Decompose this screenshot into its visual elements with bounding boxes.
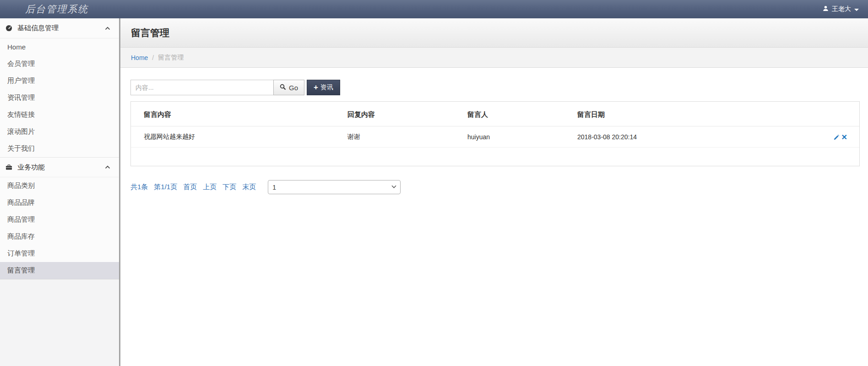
column-header-author: 留言人 xyxy=(467,102,577,126)
column-header-actions xyxy=(825,102,859,126)
page-select-wrap: 1 xyxy=(268,180,401,194)
table-header-row: 留言内容 回复内容 留言人 留言日期 xyxy=(131,102,859,126)
pagination-next-link[interactable]: 下页 xyxy=(222,183,236,191)
pagination-first-link[interactable]: 首页 xyxy=(183,183,197,191)
sidebar-item-news-mgmt[interactable]: 资讯管理 xyxy=(0,89,119,106)
pagination-prev-link[interactable]: 上页 xyxy=(203,183,217,191)
messages-table-panel: 留言内容 回复内容 留言人 留言日期 祝愿网站越来越好 谢谢 huiyuan xyxy=(130,101,860,166)
sidebar-section-label: 基础信息管理 xyxy=(17,24,105,33)
go-button[interactable]: Go xyxy=(273,80,304,95)
caret-down-icon xyxy=(854,9,859,11)
breadcrumb: Home / 留言管理 xyxy=(120,48,868,68)
toolbar: Go + 资讯 xyxy=(130,80,860,95)
page-header: 留言管理 xyxy=(120,18,868,48)
breadcrumb-separator: / xyxy=(152,54,154,61)
sidebar-item-product-brand[interactable]: 商品品牌 xyxy=(0,194,119,211)
sidebar-section-business[interactable]: 业务功能 xyxy=(0,157,119,177)
column-header-reply-content: 回复内容 xyxy=(347,102,467,126)
sidebar-item-order-mgmt[interactable]: 订单管理 xyxy=(0,245,119,262)
sidebar-item-user-mgmt[interactable]: 用户管理 xyxy=(0,72,119,89)
pagination-last-link[interactable]: 末页 xyxy=(242,183,256,191)
dashboard-icon xyxy=(5,25,12,32)
sidebar-item-product-mgmt[interactable]: 商品管理 xyxy=(0,211,119,228)
table-row: 祝愿网站越来越好 谢谢 huiyuan 2018-03-08 20:20:14 … xyxy=(131,126,859,147)
sidebar-item-message-mgmt[interactable]: 留言管理 xyxy=(0,262,119,279)
app-title: 后台管理系统 xyxy=(25,3,88,16)
cell-author: huiyuan xyxy=(467,126,577,147)
pagination-total: 共1条 xyxy=(130,183,148,191)
messages-table: 留言内容 回复内容 留言人 留言日期 祝愿网站越来越好 谢谢 huiyuan xyxy=(131,102,859,147)
add-news-button[interactable]: + 资讯 xyxy=(307,80,340,95)
content: Go + 资讯 留言内容 回复内容 留言人 留言日期 xyxy=(120,68,868,194)
column-header-message-content: 留言内容 xyxy=(131,102,347,126)
breadcrumb-home-link[interactable]: Home xyxy=(131,54,148,61)
pagination: 共1条 第1/1页 首页 上页 下页 末页 1 xyxy=(130,180,860,194)
chevron-up-icon xyxy=(105,27,110,30)
sidebar-item-product-category[interactable]: 商品类别 xyxy=(0,177,119,194)
user-icon xyxy=(823,5,829,13)
delete-icon[interactable]: ✕ xyxy=(841,134,847,141)
sidebar-item-friend-links[interactable]: 友情链接 xyxy=(0,106,119,123)
user-menu[interactable]: 王老大 xyxy=(823,5,859,13)
chevron-up-icon xyxy=(105,165,110,169)
search-input[interactable] xyxy=(130,80,274,95)
briefcase-icon xyxy=(5,164,12,170)
sidebar-item-home[interactable]: Home xyxy=(0,38,119,55)
sidebar: 基础信息管理 Home 会员管理 用户管理 资讯管理 友情链接 滚动图片 关于我… xyxy=(0,18,120,366)
go-button-label: Go xyxy=(289,84,298,92)
column-header-date: 留言日期 xyxy=(577,102,825,126)
sidebar-item-member-mgmt[interactable]: 会员管理 xyxy=(0,55,119,72)
sidebar-section-basic-info[interactable]: 基础信息管理 xyxy=(0,18,119,38)
page-title: 留言管理 xyxy=(131,27,169,39)
pagination-page-indicator: 第1/1页 xyxy=(154,183,177,191)
breadcrumb-current: 留言管理 xyxy=(158,54,184,62)
cell-date: 2018-03-08 20:20:14 xyxy=(577,126,825,147)
main-area: 留言管理 Home / 留言管理 Go + 资讯 xyxy=(120,18,868,366)
sidebar-item-about-us[interactable]: 关于我们 xyxy=(0,140,119,157)
user-name: 王老大 xyxy=(832,5,851,13)
page-select[interactable]: 1 xyxy=(268,180,401,194)
plus-icon: + xyxy=(314,83,318,91)
edit-icon[interactable] xyxy=(833,134,840,141)
search-icon xyxy=(280,84,286,92)
cell-reply-content: 谢谢 xyxy=(347,126,467,147)
cell-message-content: 祝愿网站越来越好 xyxy=(131,126,347,147)
sidebar-section-label: 业务功能 xyxy=(17,163,105,172)
sidebar-item-carousel-images[interactable]: 滚动图片 xyxy=(0,123,119,140)
sidebar-nav: 基础信息管理 Home 会员管理 用户管理 资讯管理 友情链接 滚动图片 关于我… xyxy=(0,18,119,279)
top-bar: 后台管理系统 王老大 xyxy=(0,0,868,18)
add-news-button-label: 资讯 xyxy=(320,83,333,92)
sidebar-item-product-stock[interactable]: 商品库存 xyxy=(0,228,119,245)
